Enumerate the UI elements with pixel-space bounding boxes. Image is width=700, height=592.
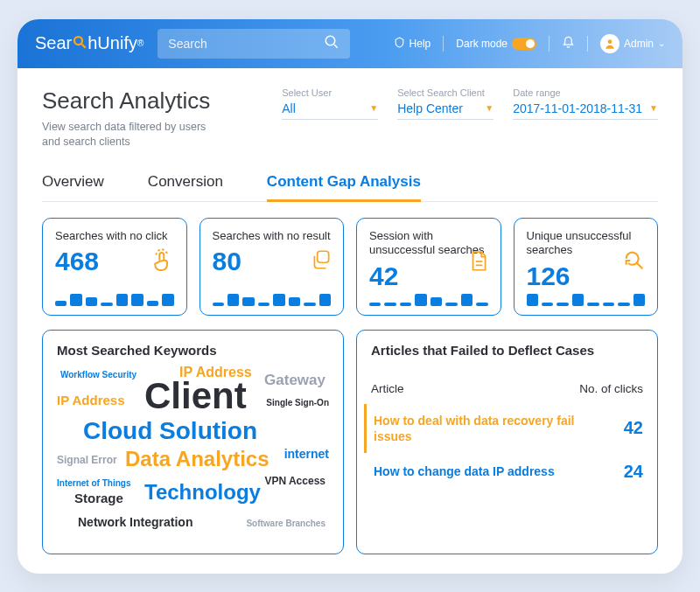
keyword[interactable]: Single Sign-On	[266, 398, 329, 407]
filter-bar: Select User All ▼ Select Search Client H…	[282, 87, 658, 150]
page-body: Search Analytics View search data filter…	[18, 68, 682, 574]
divider	[549, 36, 550, 52]
articles-table-head: Article No. of clicks	[371, 366, 643, 404]
article-title: How to change data IP address	[374, 463, 555, 479]
global-search[interactable]	[158, 29, 350, 59]
toggle-icon[interactable]	[512, 38, 536, 50]
filter-user: Select User All ▼	[282, 87, 378, 150]
panels-row: Most Searched Keywords Workflow Security…	[42, 330, 658, 554]
avatar-icon	[600, 34, 620, 53]
keyword[interactable]: Network Integration	[78, 515, 192, 529]
col-clicks: No. of clicks	[579, 382, 643, 395]
card-label: Searches with no result	[213, 229, 332, 244]
tabs: Overview Conversion Content Gap Analysis	[42, 173, 658, 202]
filter-client-value: Help Center	[397, 101, 463, 115]
sparkline	[213, 290, 332, 306]
darkmode-toggle[interactable]: Dark mode	[456, 38, 536, 50]
tap-icon	[150, 248, 176, 278]
help-button[interactable]: Help	[394, 37, 431, 51]
admin-menu[interactable]: Admin ⌄	[600, 34, 665, 53]
articles-title: Articles that Failed to Deflect Cases	[371, 343, 643, 358]
article-row[interactable]: How to change data IP address 24	[364, 453, 643, 491]
card-session-unsuccess[interactable]: Session with unsuccessful searches 42	[356, 218, 501, 316]
logo-trademark: ®	[137, 38, 144, 48]
keyword[interactable]: Storage	[74, 491, 123, 505]
filter-client-select[interactable]: Help Center ▼	[397, 101, 494, 120]
header-right: Help Dark mode Admin ⌄	[394, 34, 665, 53]
filter-date-label: Date range	[513, 87, 658, 98]
shield-icon	[394, 37, 405, 51]
darkmode-label: Dark mode	[456, 38, 508, 50]
tab-conversion[interactable]: Conversion	[148, 173, 223, 201]
keyword[interactable]: Gateway	[264, 372, 326, 389]
keyword[interactable]: Software Branches	[246, 519, 326, 528]
filter-user-select[interactable]: All ▼	[282, 101, 378, 120]
tab-overview[interactable]: Overview	[42, 173, 104, 201]
keywords-panel: Most Searched Keywords Workflow Security…	[42, 330, 344, 554]
article-clicks: 24	[624, 462, 643, 482]
svg-point-0	[74, 37, 82, 45]
keyword[interactable]: IP Address	[57, 393, 125, 407]
search-icon[interactable]	[324, 34, 340, 53]
keyword[interactable]: Cloud Solution	[83, 417, 257, 445]
filter-date-value: 2017-11-01-2018-11-31	[513, 101, 642, 115]
keyword[interactable]: internet	[284, 447, 329, 461]
search-input[interactable]	[168, 37, 324, 51]
sparkline	[527, 290, 646, 306]
logo-prefix: Sear	[35, 33, 72, 53]
caret-down-icon: ▼	[369, 103, 378, 113]
keyword[interactable]: Data Analytics	[125, 447, 270, 471]
logo-suffix: hUnify	[88, 33, 137, 53]
filter-date-select[interactable]: 2017-11-01-2018-11-31 ▼	[513, 101, 658, 120]
sparkline	[369, 290, 488, 306]
keyword[interactable]: Client	[144, 375, 247, 417]
filter-date: Date range 2017-11-01-2018-11-31 ▼	[513, 87, 658, 150]
svg-line-3	[334, 45, 338, 48]
help-label: Help	[410, 38, 431, 50]
col-article: Article	[371, 382, 404, 395]
keyword[interactable]: Internet of Things	[57, 478, 130, 488]
keyword[interactable]: Workflow Security	[60, 370, 136, 380]
filter-user-value: All	[282, 101, 296, 115]
keyword[interactable]: VPN Access	[264, 475, 326, 487]
copy-icon	[310, 248, 332, 275]
svg-line-8	[636, 262, 642, 268]
chevron-down-icon: ⌄	[658, 38, 665, 48]
filter-user-label: Select User	[282, 87, 378, 98]
svg-rect-5	[318, 251, 329, 262]
svg-point-4	[608, 39, 612, 44]
word-cloud: Workflow Security IP Address Gateway IP …	[57, 366, 329, 541]
document-icon	[467, 248, 490, 278]
article-clicks: 42	[624, 418, 643, 438]
search-refresh-icon	[622, 248, 647, 276]
articles-panel: Articles that Failed to Deflect Cases Ar…	[356, 330, 658, 554]
title-block: Search Analytics View search data filter…	[42, 87, 217, 150]
page-subtitle: View search data filtered by users and s…	[42, 120, 217, 150]
divider	[587, 36, 588, 52]
top-header: Sear hUnify® Help Dark mode	[18, 19, 682, 68]
filter-client: Select Search Client Help Center ▼	[397, 87, 494, 150]
card-no-click[interactable]: Searches with no click 468	[42, 218, 187, 316]
keywords-title: Most Searched Keywords	[57, 343, 329, 358]
filter-client-label: Select Search Client	[397, 87, 494, 98]
divider	[443, 36, 444, 52]
keyword[interactable]: Signal Error	[57, 454, 117, 466]
caret-down-icon: ▼	[485, 103, 494, 113]
logo: Sear hUnify®	[35, 33, 144, 53]
svg-point-2	[326, 36, 336, 45]
logo-magnifier-icon	[72, 34, 88, 54]
page-head: Search Analytics View search data filter…	[42, 87, 658, 150]
bell-icon[interactable]	[562, 36, 575, 52]
card-unique-unsuccess[interactable]: Unique unsuccessful searches 126	[514, 218, 659, 316]
page-title: Search Analytics	[42, 87, 217, 115]
tab-content-gap[interactable]: Content Gap Analysis	[267, 173, 421, 202]
svg-line-1	[82, 44, 87, 48]
stat-cards: Searches with no click 468 Searches with…	[42, 218, 658, 316]
keyword[interactable]: Technology	[144, 480, 261, 505]
card-no-result[interactable]: Searches with no result 80	[200, 218, 345, 316]
admin-label: Admin	[624, 38, 654, 50]
caret-down-icon: ▼	[649, 103, 658, 113]
sparkline	[55, 290, 174, 306]
article-row[interactable]: How to deal with data recovery fail issu…	[364, 404, 643, 453]
article-title: How to deal with data recovery fail issu…	[374, 413, 575, 444]
